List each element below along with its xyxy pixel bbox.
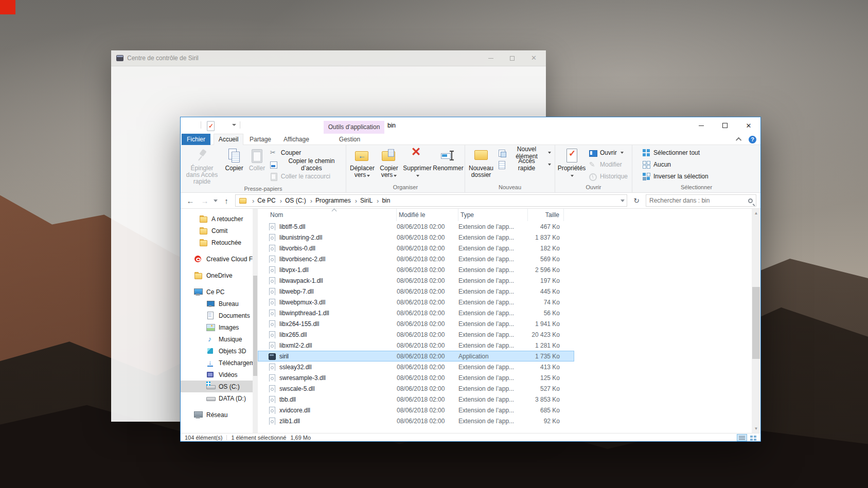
tab-gestion[interactable]: Gestion: [321, 134, 379, 145]
new-folder-button[interactable]: Nouveau dossier: [467, 146, 495, 184]
copy-to-button[interactable]: Copier vers: [377, 146, 401, 184]
file-row[interactable]: libwebpmux-3.dll 08/06/2018 02:00 Extens…: [258, 297, 752, 308]
open-icon: [589, 149, 597, 157]
sidebar-item[interactable]: Ce PC: [181, 286, 253, 298]
sidebar-item[interactable]: Vidéos: [181, 369, 253, 381]
back-button[interactable]: ←: [185, 196, 196, 205]
column-header-modified[interactable]: Modifié le: [397, 209, 458, 221]
breadcrumb-link[interactable]: Programmes: [315, 197, 351, 204]
properties-quick-icon[interactable]: [205, 121, 210, 126]
sidebar-item[interactable]: OS (C:): [181, 381, 253, 392]
history-button[interactable]: Historique: [587, 171, 630, 182]
sidebar-item[interactable]: Téléchargement: [181, 357, 253, 369]
search-box[interactable]: [646, 194, 756, 207]
delete-button[interactable]: Supprimer: [401, 146, 433, 184]
search-input[interactable]: [649, 197, 748, 204]
scroll-up-arrow-icon[interactable]: ▲: [752, 209, 760, 218]
edit-button[interactable]: Modifier: [587, 159, 630, 170]
file-row[interactable]: libx265.dll 08/06/2018 02:00 Extension d…: [258, 329, 752, 340]
file-row[interactable]: swscale-5.dll 08/06/2018 02:00 Extension…: [258, 383, 752, 394]
file-row[interactable]: swresample-3.dll 08/06/2018 02:00 Extens…: [258, 372, 752, 383]
breadcrumb-link[interactable]: bin: [382, 197, 390, 204]
select-all-button[interactable]: Sélectionner tout: [640, 148, 711, 158]
file-row[interactable]: libx264-155.dll 08/06/2018 02:00 Extensi…: [258, 318, 752, 329]
invert-selection-button[interactable]: Inverser la sélection: [640, 171, 711, 182]
tab-affichage[interactable]: Affichage: [278, 134, 314, 145]
file-row[interactable]: ssleay32.dll 08/06/2018 02:00 Extension …: [258, 362, 752, 372]
sidebar-scrollbar-thumb[interactable]: [253, 276, 257, 376]
sidebar-item[interactable]: Bureau: [181, 298, 253, 310]
address-dropdown-chevron-icon[interactable]: [621, 200, 625, 202]
new-item-button[interactable]: Nouvel élément: [495, 148, 553, 158]
refresh-button[interactable]: ↻: [630, 196, 643, 205]
quick-access-button[interactable]: Accès rapide: [495, 159, 553, 170]
breadcrumb-link[interactable]: OS (C:): [285, 197, 306, 204]
sidebar-item[interactable]: Creative Cloud Fi: [181, 253, 253, 265]
sidebar-item[interactable]: Retouchée: [181, 237, 253, 248]
file-row[interactable]: libvorbisenc-2.dll 08/06/2018 02:00 Exte…: [258, 254, 752, 264]
file-row[interactable]: siril 08/06/2018 02:00 Application 1 735…: [258, 351, 574, 362]
file-row[interactable]: zlib1.dll 08/06/2018 02:00 Extension de …: [258, 415, 752, 426]
file-row[interactable]: libwinpthread-1.dll 08/06/2018 02:00 Ext…: [258, 308, 752, 318]
copy-path-button[interactable]: Copier le chemin d’accès: [268, 159, 344, 170]
copy-button[interactable]: Copier: [222, 146, 246, 185]
sidebar-item[interactable]: A retoucher: [181, 213, 253, 225]
scroll-down-arrow-icon[interactable]: ▼: [752, 424, 760, 433]
address-box[interactable]: › Ce PC › OS (C:) › Programmes › SiriL ›…: [235, 194, 627, 207]
properties-button[interactable]: Propriétés: [557, 146, 587, 184]
column-header-size[interactable]: Taille: [528, 209, 564, 221]
collapse-ribbon-chevron-icon[interactable]: [736, 137, 741, 143]
file-row[interactable]: libunistring-2.dll 08/06/2018 02:00 Exte…: [258, 232, 752, 243]
sidebar-item[interactable]: DATA (D:): [181, 392, 253, 404]
paste-button[interactable]: Coller: [246, 146, 268, 185]
cut-button[interactable]: Couper: [268, 148, 344, 158]
file-row[interactable]: libwavpack-1.dll 08/06/2018 02:00 Extens…: [258, 275, 752, 286]
tab-accueil[interactable]: Accueil: [214, 134, 243, 145]
file-row[interactable]: xvidcore.dll 08/06/2018 02:00 Extension …: [258, 405, 752, 415]
sidebar-item[interactable]: Images: [181, 321, 253, 333]
recent-locations-chevron-icon[interactable]: [214, 200, 218, 202]
new-folder-quick-icon[interactable]: [216, 121, 225, 129]
up-button[interactable]: ↑: [221, 196, 232, 205]
scrollbar-thumb[interactable]: [752, 287, 760, 359]
file-row[interactable]: libtiff-5.dll 08/06/2018 02:00 Extension…: [258, 221, 752, 232]
siril-minimize-button[interactable]: [488, 58, 493, 59]
large-icons-view-button[interactable]: [748, 434, 758, 441]
breadcrumb-link[interactable]: SiriL: [360, 197, 373, 204]
file-row[interactable]: libvpx-1.dll 08/06/2018 02:00 Extension …: [258, 264, 752, 275]
pin-to-quick-access-button[interactable]: Épingler dans Accès rapide: [182, 146, 222, 185]
tab-partage[interactable]: Partage: [245, 134, 275, 145]
sidebar-item[interactable]: Objets 3D: [181, 345, 253, 357]
file-row[interactable]: tbb.dll 08/06/2018 02:00 Extension de l’…: [258, 394, 752, 405]
sidebar-item[interactable]: OneDrive: [181, 269, 253, 281]
maximize-button[interactable]: [713, 117, 737, 134]
sidebar-item[interactable]: Musique: [181, 333, 253, 345]
customize-toolbar-chevron-icon[interactable]: [232, 124, 236, 126]
siril-close-button[interactable]: ✕: [531, 56, 537, 61]
file-row[interactable]: libxml2-2.dll 08/06/2018 02:00 Extension…: [258, 340, 752, 351]
open-button[interactable]: Ouvrir: [587, 148, 630, 158]
close-button[interactable]: ✕: [737, 117, 760, 134]
vertical-scrollbar[interactable]: ▲ ▼: [752, 209, 760, 433]
help-icon[interactable]: ?: [749, 136, 756, 143]
column-header-type[interactable]: Type: [458, 209, 528, 221]
breadcrumb-link[interactable]: Ce PC: [257, 197, 275, 204]
select-none-button[interactable]: Aucun: [640, 159, 711, 170]
sidebar-item[interactable]: Documents: [181, 310, 253, 321]
sidebar-item[interactable]: Comit: [181, 225, 253, 237]
file-row[interactable]: libvorbis-0.dll 08/06/2018 02:00 Extensi…: [258, 243, 752, 254]
folder-icon[interactable]: [185, 121, 193, 129]
move-to-button[interactable]: Déplacer vers: [348, 146, 377, 184]
rename-button[interactable]: Renommer: [433, 146, 463, 184]
sidebar-item[interactable]: Réseau: [181, 409, 253, 421]
file-modified-date: 08/06/2018 02:00: [397, 288, 458, 295]
tab-fichier[interactable]: Fichier: [182, 134, 210, 145]
application-tools-contextual-tab[interactable]: Outils d’application: [324, 121, 384, 134]
paste-shortcut-button[interactable]: Coller le raccourci: [268, 171, 344, 182]
file-row[interactable]: libwebp-7.dll 08/06/2018 02:00 Extension…: [258, 286, 752, 297]
minimize-button[interactable]: [689, 117, 713, 134]
siril-maximize-button[interactable]: [510, 56, 515, 61]
forward-button[interactable]: →: [199, 196, 210, 205]
details-view-button[interactable]: [737, 434, 747, 441]
sidebar-scrollbar[interactable]: [253, 209, 258, 433]
